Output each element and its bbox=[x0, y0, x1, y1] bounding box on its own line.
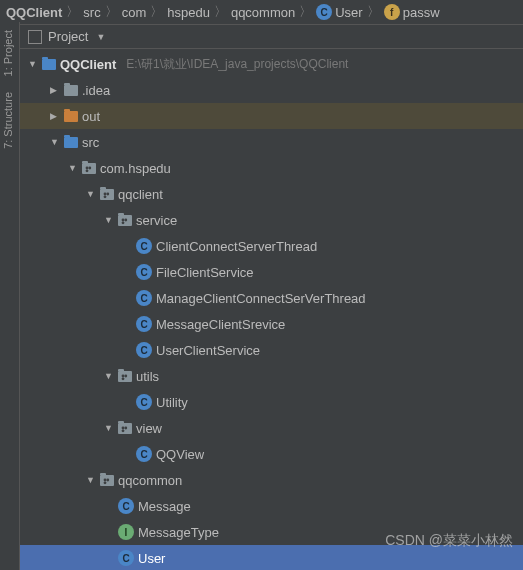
tree-label: UserClientService bbox=[156, 343, 260, 358]
tree-label: src bbox=[82, 135, 99, 150]
expand-icon[interactable] bbox=[104, 215, 114, 225]
tree-label: Message bbox=[138, 499, 191, 514]
project-tool-header: Project ▼ bbox=[20, 24, 523, 49]
tree-label: ManageClientConnectSerVerThread bbox=[156, 291, 366, 306]
expand-icon[interactable] bbox=[50, 85, 60, 95]
tree-label: view bbox=[136, 421, 162, 436]
package-icon bbox=[118, 423, 132, 434]
crumb-com[interactable]: com bbox=[122, 5, 147, 20]
tree-item-com-hspedu[interactable]: com.hspedu bbox=[20, 155, 523, 181]
package-icon bbox=[118, 371, 132, 382]
class-icon: C bbox=[118, 498, 134, 514]
tree-item-class[interactable]: CClientConnectServerThread bbox=[20, 233, 523, 259]
project-tool-title[interactable]: Project bbox=[48, 29, 88, 44]
tree-item-qqclient[interactable]: qqclient bbox=[20, 181, 523, 207]
tree-root[interactable]: QQClient E:\研1\就业\IDEA_java_projects\QQC… bbox=[20, 51, 523, 77]
crumb-hspedu[interactable]: hspedu bbox=[167, 5, 210, 20]
tree-item-class[interactable]: CMessage bbox=[20, 493, 523, 519]
tree-item-class[interactable]: CManageClientConnectSerVerThread bbox=[20, 285, 523, 311]
class-icon: C bbox=[136, 238, 152, 254]
package-icon bbox=[118, 215, 132, 226]
class-icon: C bbox=[136, 316, 152, 332]
chevron-right-icon: 〉 bbox=[66, 3, 79, 21]
crumb-passw[interactable]: fpassw bbox=[384, 4, 440, 20]
tree-label: qqcommon bbox=[118, 473, 182, 488]
tree-item-interface[interactable]: IMessageType bbox=[20, 519, 523, 545]
tree-item-class[interactable]: CFileClientService bbox=[20, 259, 523, 285]
class-icon: C bbox=[136, 446, 152, 462]
tree-item-idea[interactable]: .idea bbox=[20, 77, 523, 103]
expand-icon[interactable] bbox=[68, 163, 78, 173]
crumb-src[interactable]: src bbox=[83, 5, 100, 20]
package-icon bbox=[100, 475, 114, 486]
tree-label: MessageClientSrevice bbox=[156, 317, 285, 332]
tab-project[interactable]: 1: Project bbox=[0, 22, 16, 84]
dropdown-icon[interactable]: ▼ bbox=[96, 32, 105, 42]
tree-item-class[interactable]: CMessageClientSrevice bbox=[20, 311, 523, 337]
chevron-right-icon: 〉 bbox=[105, 3, 118, 21]
tree-item-class[interactable]: CUtility bbox=[20, 389, 523, 415]
tree-item-class[interactable]: CUserClientService bbox=[20, 337, 523, 363]
tree-item-view[interactable]: view bbox=[20, 415, 523, 441]
expand-icon[interactable] bbox=[28, 59, 38, 69]
tree-label: service bbox=[136, 213, 177, 228]
expand-icon[interactable] bbox=[86, 475, 96, 485]
chevron-right-icon: 〉 bbox=[367, 3, 380, 21]
folder-icon bbox=[64, 85, 78, 96]
breadcrumb: QQClient 〉 src 〉 com 〉 hspedu 〉 qqcommon… bbox=[0, 0, 523, 24]
tree-label: Utility bbox=[156, 395, 188, 410]
expand-icon[interactable] bbox=[104, 371, 114, 381]
tree-label: QQView bbox=[156, 447, 204, 462]
project-tree[interactable]: QQClient E:\研1\就业\IDEA_java_projects\QQC… bbox=[20, 49, 523, 570]
tree-item-out[interactable]: out bbox=[20, 103, 523, 129]
tree-label: QQClient bbox=[60, 57, 116, 72]
field-icon: f bbox=[384, 4, 400, 20]
tree-item-src[interactable]: src bbox=[20, 129, 523, 155]
tree-label: FileClientService bbox=[156, 265, 254, 280]
tree-label: ClientConnectServerThread bbox=[156, 239, 317, 254]
class-icon: C bbox=[136, 342, 152, 358]
class-icon: C bbox=[136, 264, 152, 280]
crumb-qqclient[interactable]: QQClient bbox=[6, 5, 62, 20]
interface-icon: I bbox=[118, 524, 134, 540]
path-hint: E:\研1\就业\IDEA_java_projects\QQClient bbox=[126, 56, 348, 73]
folder-icon bbox=[64, 111, 78, 122]
expand-icon[interactable] bbox=[86, 189, 96, 199]
tree-label: out bbox=[82, 109, 100, 124]
tree-label: qqclient bbox=[118, 187, 163, 202]
source-folder-icon bbox=[64, 137, 78, 148]
module-icon bbox=[42, 59, 56, 70]
expand-icon[interactable] bbox=[104, 423, 114, 433]
tree-label: MessageType bbox=[138, 525, 219, 540]
chevron-right-icon: 〉 bbox=[299, 3, 312, 21]
tree-item-service[interactable]: service bbox=[20, 207, 523, 233]
tree-item-qqcommon[interactable]: qqcommon bbox=[20, 467, 523, 493]
chevron-right-icon: 〉 bbox=[214, 3, 227, 21]
class-icon: C bbox=[118, 550, 134, 566]
tree-label: .idea bbox=[82, 83, 110, 98]
class-icon: C bbox=[136, 290, 152, 306]
tab-structure[interactable]: 7: Structure bbox=[0, 84, 16, 157]
project-icon bbox=[28, 30, 42, 44]
package-icon bbox=[100, 189, 114, 200]
expand-icon[interactable] bbox=[50, 137, 60, 147]
tree-item-class[interactable]: CQQView bbox=[20, 441, 523, 467]
crumb-user[interactable]: CUser bbox=[316, 4, 362, 20]
tree-item-utils[interactable]: utils bbox=[20, 363, 523, 389]
crumb-qqcommon[interactable]: qqcommon bbox=[231, 5, 295, 20]
tree-label: User bbox=[138, 551, 165, 566]
expand-icon[interactable] bbox=[50, 111, 60, 121]
package-icon bbox=[82, 163, 96, 174]
tool-window-tabs: 1: Project 7: Structure bbox=[0, 22, 20, 570]
tree-label: utils bbox=[136, 369, 159, 384]
class-icon: C bbox=[316, 4, 332, 20]
class-icon: C bbox=[136, 394, 152, 410]
tree-item-user[interactable]: CUser bbox=[20, 545, 523, 570]
chevron-right-icon: 〉 bbox=[150, 3, 163, 21]
tree-label: com.hspedu bbox=[100, 161, 171, 176]
